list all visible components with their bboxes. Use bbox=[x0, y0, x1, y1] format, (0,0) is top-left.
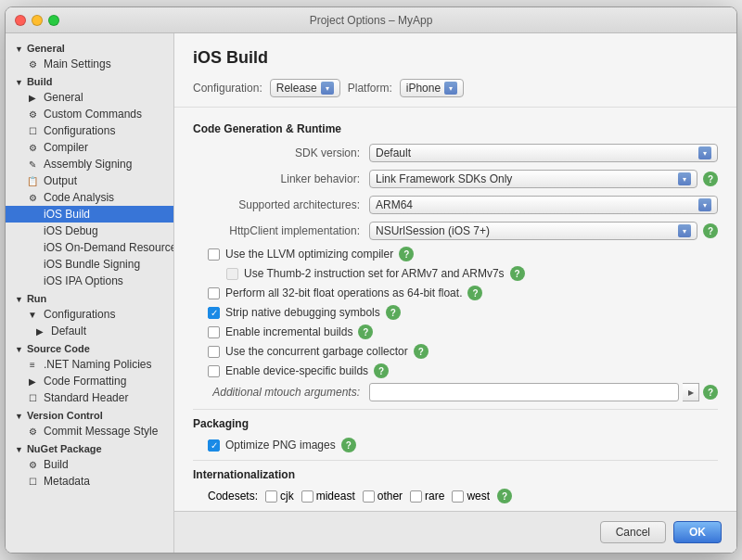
ok-button[interactable]: OK bbox=[673, 521, 722, 543]
platform-dropdown[interactable]: iPhone ▾ bbox=[400, 79, 464, 97]
sidebar-item-ios-build[interactable]: iOS Build bbox=[6, 206, 173, 223]
pen-icon: ✎ bbox=[26, 158, 39, 171]
panel-footer: Cancel OK bbox=[174, 511, 736, 553]
main-panel: iOS Build Configuration: Release ▾ Platf… bbox=[174, 33, 736, 553]
sidebar-item-ios-ipa-options[interactable]: iOS IPA Options bbox=[6, 273, 173, 289]
sidebar-item-commit-message[interactable]: ⚙ Commit Message Style bbox=[6, 423, 173, 439]
sidebar-item-net-naming[interactable]: ≡ .NET Naming Policies bbox=[6, 356, 173, 373]
gear-icon: ⚙ bbox=[26, 108, 39, 121]
minimize-button[interactable] bbox=[32, 15, 43, 26]
sdk-control: Default ▾ bbox=[369, 144, 718, 162]
sidebar-item-ios-on-demand[interactable]: iOS On-Demand Resources bbox=[6, 239, 173, 256]
sidebar-item-standard-header[interactable]: ☐ Standard Header bbox=[6, 389, 173, 406]
blank-icon bbox=[26, 224, 39, 237]
concurrent-gc-row: Use the concurrent garbage collector ? bbox=[208, 344, 718, 359]
float32-help-icon[interactable]: ? bbox=[467, 286, 482, 300]
sidebar-section-nuget[interactable]: ▼NuGet Package bbox=[6, 439, 173, 456]
optimize-png-checkbox[interactable] bbox=[208, 439, 220, 452]
west-checkbox[interactable] bbox=[452, 490, 464, 503]
httpclient-help-icon[interactable]: ? bbox=[703, 223, 718, 238]
window-controls bbox=[15, 15, 59, 26]
mideast-codeset: mideast bbox=[301, 490, 355, 503]
sidebar-item-build-general[interactable]: ▶ General bbox=[6, 89, 173, 106]
optimize-png-row: Optimize PNG images ? bbox=[208, 438, 718, 452]
sidebar-section-build[interactable]: ▼Build bbox=[6, 72, 173, 89]
incremental-help-icon[interactable]: ? bbox=[358, 325, 373, 339]
sidebar-item-custom-commands[interactable]: ⚙ Custom Commands bbox=[6, 106, 173, 122]
panel-body: Code Generation & Runtime SDK version: D… bbox=[174, 108, 736, 511]
float32-checkbox[interactable] bbox=[208, 287, 220, 299]
concurrent-gc-help-icon[interactable]: ? bbox=[414, 344, 429, 359]
maximize-button[interactable] bbox=[48, 15, 59, 26]
sidebar-item-compiler[interactable]: ⚙ Compiler bbox=[6, 139, 173, 156]
titlebar: Project Options – MyApp bbox=[6, 7, 736, 33]
sidebar-item-nuget-build[interactable]: ⚙ Build bbox=[6, 456, 173, 473]
platform-label: Platform: bbox=[348, 82, 392, 95]
sidebar-item-code-formatting[interactable]: ▶ Code Formatting bbox=[6, 373, 173, 389]
mtouch-expand-button[interactable]: ▶ bbox=[683, 383, 699, 401]
arch-label: Supported architectures: bbox=[193, 198, 369, 211]
codesets-help-icon[interactable]: ? bbox=[497, 489, 512, 503]
main-window: Project Options – MyApp ▼General ⚙ Main … bbox=[5, 6, 737, 554]
other-checkbox[interactable] bbox=[363, 490, 375, 503]
thumb2-checkbox[interactable] bbox=[226, 268, 238, 280]
linker-dropdown[interactable]: Link Framework SDKs Only ▾ bbox=[369, 170, 697, 188]
sidebar-item-run-configurations[interactable]: ▼ Configurations bbox=[6, 306, 173, 323]
mtouch-input[interactable] bbox=[369, 383, 679, 401]
strip-debug-label: Strip native debugging symbols bbox=[225, 306, 380, 319]
other-codeset: other bbox=[363, 490, 403, 503]
cjk-checkbox[interactable] bbox=[265, 490, 277, 503]
cancel-button[interactable]: Cancel bbox=[600, 521, 666, 543]
concurrent-gc-checkbox[interactable] bbox=[208, 346, 220, 358]
mideast-checkbox[interactable] bbox=[301, 490, 313, 503]
httpclient-dropdown[interactable]: NSUrlSession (iOS 7+) ▾ bbox=[369, 222, 697, 240]
select-arrow-icon: ▾ bbox=[678, 224, 691, 237]
doc-icon: 📋 bbox=[26, 174, 39, 187]
strip-debug-checkbox[interactable] bbox=[208, 307, 220, 319]
sidebar-section-source-code[interactable]: ▼Source Code bbox=[6, 339, 173, 356]
sidebar-section-run[interactable]: ▼Run bbox=[6, 289, 173, 306]
device-specific-help-icon[interactable]: ? bbox=[374, 363, 389, 378]
sidebar-item-ios-bundle-signing[interactable]: iOS Bundle Signing bbox=[6, 256, 173, 273]
sidebar-item-ios-debug[interactable]: iOS Debug bbox=[6, 223, 173, 239]
sidebar-section-version-control[interactable]: ▼Version Control bbox=[6, 406, 173, 423]
llvm-checkbox[interactable] bbox=[208, 248, 220, 261]
arch-dropdown[interactable]: ARM64 ▾ bbox=[369, 196, 718, 214]
linker-help-icon[interactable]: ? bbox=[703, 172, 718, 186]
thumb2-help-icon[interactable]: ? bbox=[510, 266, 525, 281]
code-gen-title: Code Generation & Runtime bbox=[193, 122, 718, 135]
west-codeset: west bbox=[452, 490, 490, 503]
mtouch-label: Additional mtouch arguments: bbox=[193, 386, 369, 399]
arch-row: Supported architectures: ARM64 ▾ bbox=[193, 195, 718, 215]
close-button[interactable] bbox=[15, 15, 26, 26]
httpclient-control: NSUrlSession (iOS 7+) ▾ ? bbox=[369, 222, 718, 240]
sidebar-item-nuget-metadata[interactable]: ☐ Metadata bbox=[6, 473, 173, 490]
strip-debug-help-icon[interactable]: ? bbox=[386, 305, 401, 320]
checkbox-icon: ☐ bbox=[26, 124, 39, 137]
select-arrow-icon: ▾ bbox=[698, 198, 711, 211]
device-specific-checkbox[interactable] bbox=[208, 365, 220, 377]
select-arrow-icon: ▾ bbox=[678, 172, 691, 185]
list-icon: ≡ bbox=[26, 358, 39, 371]
sidebar-item-main-settings[interactable]: ⚙ Main Settings bbox=[6, 56, 173, 72]
httpclient-row: HttpClient implementation: NSUrlSession … bbox=[193, 221, 718, 241]
expand-icon: ▼ bbox=[15, 78, 23, 87]
sidebar-item-output[interactable]: 📋 Output bbox=[6, 172, 173, 189]
play-icon: ▶ bbox=[26, 375, 39, 388]
sidebar-item-code-analysis[interactable]: ⚙ Code Analysis bbox=[6, 189, 173, 206]
sidebar-item-assembly-signing[interactable]: ✎ Assembly Signing bbox=[6, 156, 173, 172]
sidebar-section-general[interactable]: ▼General bbox=[6, 39, 173, 56]
expand-icon: ▼ bbox=[15, 295, 23, 304]
configuration-dropdown[interactable]: Release ▾ bbox=[270, 79, 340, 97]
gear-icon: ⚙ bbox=[26, 425, 39, 438]
mtouch-help-icon[interactable]: ? bbox=[703, 385, 718, 400]
incremental-checkbox[interactable] bbox=[208, 326, 220, 338]
rare-checkbox[interactable] bbox=[410, 490, 422, 503]
sidebar-item-run-default[interactable]: ▶ Default bbox=[6, 323, 173, 339]
sidebar-item-configurations[interactable]: ☐ Configurations bbox=[6, 122, 173, 139]
sdk-dropdown[interactable]: Default ▾ bbox=[369, 144, 718, 162]
window-title: Project Options – MyApp bbox=[310, 14, 433, 27]
west-label: west bbox=[467, 490, 490, 503]
llvm-help-icon[interactable]: ? bbox=[399, 247, 414, 261]
optimize-png-help-icon[interactable]: ? bbox=[341, 438, 356, 452]
